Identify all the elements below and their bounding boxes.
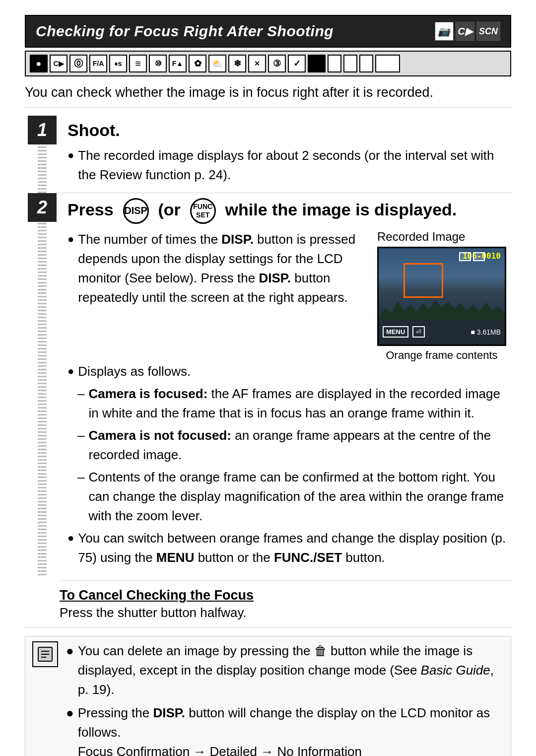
mode-icon-menu: ≡ bbox=[129, 55, 147, 72]
note-item1-text: You can delete an image by pressing the … bbox=[78, 641, 504, 699]
cam-icons-row bbox=[459, 252, 485, 261]
step2-side-pattern bbox=[38, 223, 47, 575]
scn-icon: SCN bbox=[476, 22, 500, 41]
mode-icon-fa: F/A bbox=[89, 55, 107, 72]
note-content: ● You can delete an image by pressing th… bbox=[66, 641, 504, 756]
step1-badge-col: 1 bbox=[25, 116, 60, 193]
dash-item-3: – Contents of the orange frame can be co… bbox=[77, 468, 511, 526]
step2-b2-text: Displays as follows. bbox=[78, 362, 191, 381]
cancel-section: To Cancel Checking the Focus Press the s… bbox=[60, 588, 511, 620]
dash-item-2: – Camera is not focused: an orange frame… bbox=[77, 426, 511, 465]
mode-icon-auto: ● bbox=[30, 55, 48, 72]
func-button: FUNC SET bbox=[190, 198, 216, 224]
step1-badge: 1 bbox=[28, 116, 57, 144]
mode-icon-ds: ♦s bbox=[109, 55, 127, 72]
step2-title: Press DISP (or FUNC SET while the image … bbox=[67, 198, 511, 224]
dash-list: – Camera is focused: the AF frames are d… bbox=[77, 384, 511, 526]
dash-text-1: Camera is focused: the AF frames are dis… bbox=[88, 384, 511, 423]
step1-side-pattern bbox=[38, 145, 47, 193]
note-item1: ● You can delete an image by pressing th… bbox=[66, 641, 504, 699]
mode-icon-x: ✕ bbox=[248, 55, 266, 72]
step1-bullet: ● The recorded image displays for about … bbox=[67, 146, 511, 185]
cam-menu-btn: MENU bbox=[383, 326, 408, 338]
step1-bullet-text: The recorded image displays for about 2 … bbox=[78, 146, 511, 185]
step2-bullet2: ● Displays as follows. bbox=[67, 362, 511, 381]
cam-bottom-bar: MENU ⏎ ■ 3.61MB bbox=[379, 320, 505, 344]
step2-badge: 2 bbox=[28, 193, 57, 222]
page-container: Checking for Focus Right After Shooting … bbox=[0, 0, 536, 756]
mode-icon-fn: ⑩ bbox=[149, 55, 167, 72]
step2-image-col: Recorded Image 106-0010 bbox=[377, 230, 511, 362]
note-item2: ● Pressing the DISP. button will change … bbox=[66, 703, 504, 756]
header-icons: 📷 C▶ SCN bbox=[435, 22, 500, 41]
dash-item-1: – Camera is focused: the AF frames are d… bbox=[77, 384, 511, 423]
cancel-title: To Cancel Checking the Focus bbox=[60, 588, 511, 603]
note-item2-text: Pressing the DISP. button will change th… bbox=[78, 703, 504, 756]
step2-b1-sym: ● bbox=[67, 231, 74, 247]
header-bar: Checking for Focus Right After Shooting … bbox=[25, 15, 511, 48]
step2-b3-sym: ● bbox=[67, 530, 74, 546]
separator bbox=[60, 580, 511, 581]
mode-icon-cloud: ⛅ bbox=[208, 55, 226, 72]
dash-text-2: Camera is not focused: an orange frame a… bbox=[88, 426, 511, 465]
dash-sym-1: – bbox=[77, 384, 84, 404]
step2-container: 2 Press DISP (or FUNC SET while the imag… bbox=[25, 193, 511, 575]
note-box: ● You can delete an image by pressing th… bbox=[25, 636, 511, 756]
step2-title-while: while the image is displayed. bbox=[225, 200, 457, 219]
header-title: Checking for Focus Right After Shooting bbox=[36, 23, 429, 40]
step2-title-or: (or bbox=[158, 200, 180, 219]
step2-b2-sym: ● bbox=[67, 363, 74, 379]
mode-icon-snow: ❄ bbox=[228, 55, 246, 72]
mode-icon-fa2: F▲ bbox=[169, 55, 187, 72]
step2-title-press: Press bbox=[67, 200, 114, 219]
mode-icon-sm1 bbox=[328, 55, 341, 72]
note-flow-text: Focus Confirmation → Detailed → No Infor… bbox=[78, 744, 362, 756]
camera-icon: 📷 bbox=[435, 22, 454, 41]
mode-icon-flower: ✿ bbox=[189, 55, 206, 72]
mode-icon-3: ③ bbox=[268, 55, 286, 72]
step1-container: 1 Shoot. ● The recorded image displays f… bbox=[25, 116, 511, 193]
step2-bullet1: ● The number of times the DISP. button i… bbox=[67, 230, 367, 307]
step2-bullet3: ● You can switch between orange frames a… bbox=[67, 529, 511, 567]
orange-frame-label: Orange frame contents bbox=[377, 349, 506, 362]
intro-text: You can check whether the image is in fo… bbox=[25, 83, 511, 108]
note-bullet2: ● bbox=[66, 703, 74, 723]
step1-bullet-sym: ● bbox=[67, 147, 74, 163]
separator2 bbox=[25, 627, 511, 628]
step1-body: ● The recorded image displays for about … bbox=[67, 146, 511, 185]
camera-screen: 106-0010 MENU ⏎ ■ 3.61MB bbox=[377, 247, 506, 346]
step2-text: ● The number of times the DISP. button i… bbox=[67, 230, 367, 310]
dash-sym-3: – bbox=[77, 468, 84, 487]
step2-layout: ● The number of times the DISP. button i… bbox=[67, 230, 511, 362]
mode-icon-cm: C▶ bbox=[50, 55, 67, 72]
mode-icon-check: ✓ bbox=[288, 55, 306, 72]
dash-sym-2: – bbox=[77, 426, 84, 445]
step1-content: Shoot. ● The recorded image displays for… bbox=[60, 116, 511, 193]
note-svg-icon bbox=[36, 645, 54, 663]
cam-icon1 bbox=[459, 252, 471, 261]
note-icon bbox=[32, 641, 58, 667]
mode-icon-sm4 bbox=[375, 55, 400, 72]
mode-icon-sm2 bbox=[343, 55, 357, 72]
step1-title: Shoot. bbox=[67, 121, 511, 140]
step2-b3-text: You can switch between orange frames and… bbox=[78, 529, 511, 567]
step2-b1-text: The number of times the DISP. button is … bbox=[78, 230, 367, 307]
cm-icon: C▶ bbox=[456, 22, 474, 41]
mode-icon-0: ⓪ bbox=[69, 55, 87, 72]
cam-icon2 bbox=[473, 252, 485, 261]
dash-text-3: Contents of the orange frame can be conf… bbox=[88, 468, 511, 526]
mode-icons-row: ● C▶ ⓪ F/A ♦s ≡ ⑩ F▲ ✿ ⛅ ❄ ✕ ③ ✓ bbox=[25, 51, 511, 76]
cam-orange-frame bbox=[403, 263, 443, 298]
cam-size-text: ■ 3.61MB bbox=[470, 328, 501, 336]
step2-content: Press DISP (or FUNC SET while the image … bbox=[60, 193, 511, 575]
cancel-text: Press the shutter button halfway. bbox=[60, 605, 511, 620]
disp-button: DISP bbox=[123, 198, 149, 224]
cam-set-btn: ⏎ bbox=[412, 326, 425, 338]
note-bullet1: ● bbox=[66, 641, 74, 661]
step2-badge-col: 2 bbox=[25, 193, 60, 575]
mode-icon-sm3 bbox=[359, 55, 373, 72]
mode-icon-blk bbox=[308, 55, 326, 72]
recorded-image-label: Recorded Image bbox=[377, 230, 465, 244]
